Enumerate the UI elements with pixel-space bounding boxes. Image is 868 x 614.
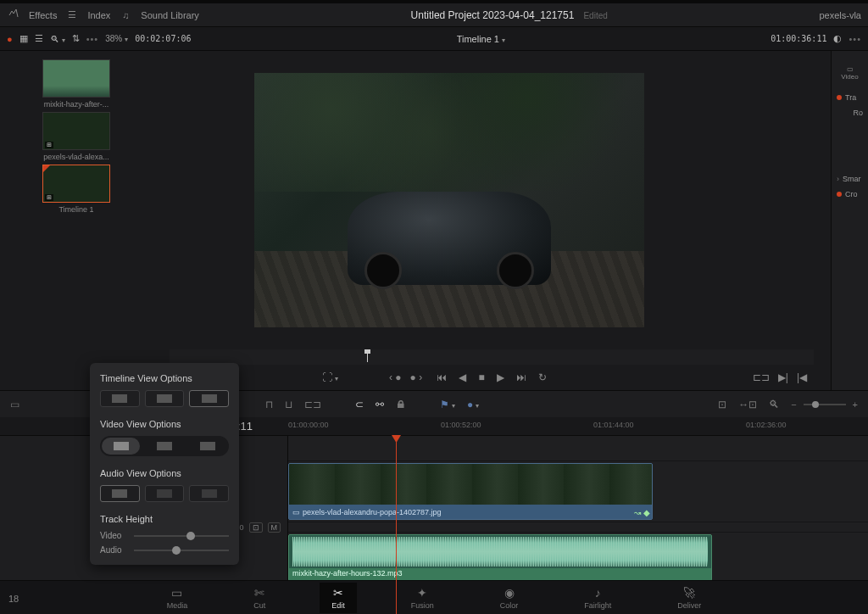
video-tab-icon: ▭ — [847, 65, 854, 73]
zoom-in-icon[interactable]: + — [853, 399, 858, 410]
edited-indicator: Edited — [583, 11, 607, 20]
deliver-page-button[interactable]: 🚀︎Deliver — [665, 583, 713, 613]
replace-clip-icon[interactable]: ⊏⊐ — [304, 399, 321, 410]
zoom-slider[interactable] — [804, 404, 846, 405]
timeline-timecode[interactable]: 01:00:36:11 — [771, 34, 826, 43]
ruler-tick: 01:00:00:00 — [288, 421, 329, 429]
video-height-slider[interactable] — [134, 535, 229, 537]
bypass-icon[interactable]: ◐ — [833, 33, 842, 44]
page-nav: ▭Media ✄Cut ✂Edit ✦Fusion ◉Color ♪Fairli… — [0, 580, 868, 614]
viewer-area: ⛶ ‹ ● ● › ⏮ ◀ ■ ▶ ⏭ ↻ ⊏⊐ ▶| |◀ — [153, 51, 831, 390]
audio-height-slider[interactable] — [134, 550, 229, 551]
overwrite-clip-icon[interactable]: ⊔ — [285, 399, 292, 410]
loop-icon[interactable]: ↻ — [538, 371, 547, 383]
viewer[interactable] — [153, 51, 831, 349]
page-number: 18 — [8, 594, 19, 604]
stacked-view-button[interactable] — [100, 390, 140, 407]
zoom-fit-icon[interactable]: ↔⊡ — [738, 399, 757, 410]
enable-dot-icon[interactable] — [837, 95, 842, 100]
effects-label[interactable]: Effects — [29, 10, 57, 20]
timeline-view-options-icon[interactable]: ▭ — [10, 399, 19, 410]
media-thumb-video[interactable]: ⊞ pexels-vlad-alexa... — [42, 112, 110, 161]
video-filmstrip-button[interactable] — [102, 438, 140, 455]
list-view-icon[interactable]: ☰ — [35, 33, 43, 44]
play-icon[interactable]: ▶ — [497, 371, 504, 383]
insert-clip-icon[interactable]: ⊓ — [265, 399, 273, 410]
audio-full-wave-button[interactable] — [100, 485, 140, 502]
media-pool: mixkit-hazy-after-... ⊞ pexels-vlad-alex… — [0, 51, 153, 390]
video-tab[interactable]: ▭ Video — [832, 56, 868, 90]
popup-section-title: Audio View Options — [100, 468, 229, 478]
link-icon[interactable]: ⚯ — [376, 399, 384, 410]
viewer-options-icon[interactable]: ••• — [849, 34, 861, 44]
playhead-timecode: :11 — [237, 420, 253, 433]
clip-name: mixkit-hazy-after-hours-132.mp3 — [292, 569, 403, 578]
edit-icon: ✂ — [333, 586, 343, 600]
video-thumb-button[interactable] — [145, 438, 183, 455]
prev-edit-icon[interactable]: ▶| — [778, 371, 788, 383]
solo-button[interactable]: ⊡ — [249, 522, 263, 533]
zoom-percent[interactable]: 38% — [105, 34, 128, 43]
match-frame-icon[interactable]: ‹ ● — [389, 371, 402, 383]
index-icon[interactable]: ☰ — [65, 8, 79, 22]
video-clip[interactable]: ▭pexels-vlad-alexandru-popa-1402787.jpg … — [288, 463, 653, 520]
find-icon[interactable]: ⊡ — [718, 399, 726, 410]
insert-icon[interactable]: ⊏⊐ — [753, 371, 770, 383]
media-thumb-timeline[interactable]: ⊞ Timeline 1 — [42, 165, 110, 214]
index-label[interactable]: Index — [87, 10, 110, 20]
play-reverse-icon[interactable]: ◀ — [459, 371, 466, 383]
color-page-button[interactable]: ◉Color — [488, 583, 531, 613]
flag-icon[interactable]: ⚑ — [440, 399, 455, 410]
audio-height-label: Audio — [100, 545, 127, 555]
rotation-row[interactable]: Ro — [832, 105, 868, 120]
filmstrip-view-button[interactable] — [145, 390, 185, 407]
media-page-button[interactable]: ▭Media — [155, 583, 200, 613]
grid-view-icon[interactable]: ▦ — [19, 33, 28, 44]
stop-icon[interactable]: ■ — [478, 371, 484, 383]
pool-options-icon[interactable]: ••• — [86, 34, 99, 44]
audio-clip[interactable]: mixkit-hazy-after-hours-132.mp3 — [288, 534, 712, 581]
marker-icon[interactable]: ● — [467, 399, 479, 410]
enable-dot-icon[interactable] — [837, 192, 842, 197]
ruler-ticks[interactable]: 01:00:00:00 01:00:52:00 01:01:44:00 01:0… — [288, 417, 868, 435]
edit-page-button[interactable]: ✂Edit — [320, 583, 357, 613]
zoom-control[interactable]: − + — [791, 399, 858, 410]
crop-icon[interactable]: ⛶ — [322, 371, 338, 383]
transport-controls: ⛶ ‹ ● ● › ⏮ ◀ ■ ▶ ⏭ ↻ ⊏⊐ ▶| |◀ — [153, 365, 831, 390]
fusion-page-button[interactable]: ✦Fusion — [399, 583, 446, 613]
search-icon[interactable]: 🔍︎ — [50, 34, 65, 44]
zoom-out-icon[interactable]: − — [791, 399, 796, 410]
video-plain-button[interactable] — [189, 438, 227, 455]
match-frame-fwd-icon[interactable]: ● › — [410, 371, 423, 383]
first-frame-icon[interactable]: ⏮ — [437, 371, 447, 383]
transform-row[interactable]: Tra — [832, 90, 868, 105]
ruler-tick: 01:00:52:00 — [441, 421, 481, 429]
thumb-label: pexels-vlad-alexa... — [42, 153, 110, 161]
audio-half-wave-button[interactable] — [145, 485, 185, 502]
viewer-title[interactable]: Timeline 1 — [457, 34, 505, 44]
clip-handle-icon[interactable]: ↝ ◆ — [634, 508, 650, 517]
crop-row[interactable]: Cro — [832, 187, 868, 202]
record-icon[interactable]: ● — [7, 34, 13, 44]
mute-button[interactable]: M — [268, 522, 281, 533]
last-frame-icon[interactable]: ⏭ — [516, 371, 526, 383]
snapping-icon[interactable]: ⊂ — [355, 399, 364, 410]
lock-icon[interactable]: 🔒︎ — [396, 399, 406, 410]
audio-plain-button[interactable] — [189, 485, 229, 502]
viewer-scrubber[interactable] — [170, 349, 814, 365]
smart-row[interactable]: Smar — [832, 171, 868, 187]
popup-section-title: Track Height — [100, 514, 229, 524]
cut-page-button[interactable]: ✄Cut — [242, 583, 277, 613]
effects-icon[interactable] — [7, 8, 20, 22]
next-edit-icon[interactable]: |◀ — [797, 371, 807, 383]
cut-icon: ✄ — [254, 586, 264, 600]
sound-library-icon[interactable]: ♫ — [119, 8, 132, 22]
subtitle-view-button[interactable] — [189, 390, 229, 407]
ruler-tick: 01:01:44:00 — [593, 421, 634, 429]
media-thumb-audio[interactable]: mixkit-hazy-after-... — [42, 59, 110, 109]
fairlight-page-button[interactable]: ♪Fairlight — [572, 583, 623, 613]
color-icon: ◉ — [504, 586, 515, 600]
sound-library-label[interactable]: Sound Library — [141, 10, 199, 20]
sort-icon[interactable]: ⇅ — [72, 33, 80, 44]
zoom-detail-icon[interactable]: 🔍︎ — [769, 399, 779, 410]
